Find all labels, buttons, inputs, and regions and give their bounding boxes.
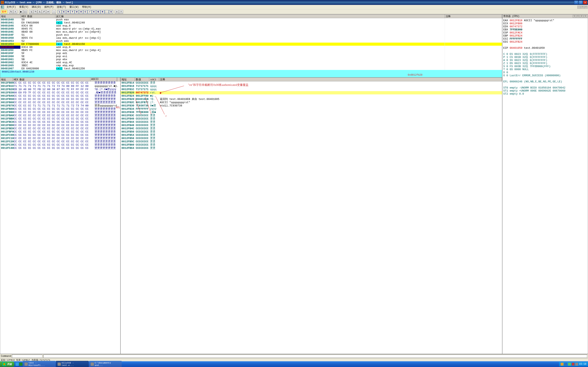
quick-launch-desktop-icon[interactable] (19, 363, 22, 366)
dump-row[interactable]: 0012FC28CC CC CC CC CC CC CC CC CC CC CC… (0, 140, 120, 143)
dump-row[interactable]: 0012FBA8CC CC CC CC CC CC CC CC CC CC CC… (0, 114, 120, 117)
maximize-button[interactable]: □ (579, 1, 583, 4)
stack-row[interactable]: 0012FB2C0012FB7C|?.ASCII "qqqqqqqqrst" (121, 101, 502, 104)
close-button[interactable]: ✕ (583, 1, 587, 4)
stack-pane[interactable]: 地址 数值 ASCI 注释 0012FB14CCCCCCCC烫烫0012FB18… (121, 77, 502, 354)
cpu-row[interactable]: 0040105983C4 08add esp,8 (0, 46, 502, 49)
menu-插件(P)[interactable]: 插件(P) (43, 5, 55, 9)
quick-launch-ie-icon[interactable] (16, 363, 19, 366)
taskbar-task[interactable]: C:\Documents and... (89, 361, 122, 367)
dump-row[interactable]: 0012FBE8CC CC CC CC CC CC CC CC CC CC CC… (0, 127, 120, 130)
stack-row[interactable]: 0012FB1871717171qqqq (121, 85, 502, 88)
tray-icon[interactable] (575, 363, 578, 366)
tray-icon[interactable] (572, 363, 575, 366)
menu-选项(T)[interactable]: 选项(T) (55, 5, 68, 9)
cpu-row[interactable]: 0040104F51push ecx (0, 33, 502, 36)
stack-row[interactable]: 0012FB54CCCCCCCC烫烫 (121, 133, 502, 137)
cpu-row[interactable]: 004010605Epop esi (0, 55, 502, 58)
cpu-row[interactable]: 004010498945 FCmov dword ptr ss:[ebp-4],… (0, 27, 502, 30)
stack-row[interactable]: 0012FB387FFDE000.帻■ (121, 111, 502, 114)
stack-row[interactable]: 0012FB64CCCCCCCC烫烫 (121, 147, 502, 150)
tb-step-over[interactable]: ↷ (33, 10, 37, 14)
cpu-disassembly-pane[interactable]: 地址 HEX 数据 反汇编 注释 0040104050push eax00401… (0, 14, 502, 77)
tb-close[interactable]: × (13, 10, 17, 14)
tb-restart[interactable]: ↻ (9, 10, 13, 14)
reg-nav-next[interactable]: > (580, 15, 583, 17)
tb-step-into[interactable]: ↴ (29, 10, 33, 14)
cpu-row[interactable]: 0040106283C4 4Cadd esp,4C (0, 61, 502, 64)
menu-调试(D)[interactable]: 调试(D) (30, 5, 43, 9)
reg-nav-prev2[interactable]: < (576, 15, 580, 17)
dump-row[interactable]: 0012FBF8CC CC CC CC CC CC CC CC CC CC CC… (0, 130, 120, 133)
taskbar-task[interactable]: test - Microsoft... (23, 361, 56, 367)
stack-row[interactable]: 0012FB60CCCCCCCC烫烫 (121, 143, 502, 147)
stack-row[interactable]: 0012FB48CCCCCCCC烫烫 (121, 124, 502, 127)
clock[interactable]: 15:18 (579, 363, 586, 366)
tb-goto[interactable]: → (52, 10, 56, 14)
tb-letter-T[interactable]: T (70, 10, 75, 14)
tb-help[interactable]: ? (119, 10, 123, 14)
dump-row[interactable]: 0012FC18CC CC CC CC CC CC CC CC CC CC CC… (0, 137, 120, 140)
mdi-minimize[interactable]: ─ (577, 6, 581, 8)
dump-row[interactable]: 0012FC08CC CC CC CC CC CC CC CC CC CC CC… (0, 133, 120, 137)
cpu-row[interactable]: 0040105352push edx (0, 40, 502, 43)
stack-row[interactable]: 0012FB40CCCCCCCC烫烫 (121, 117, 502, 120)
cpu-row[interactable]: 00401041E8 FA010000call test.00401240 (0, 21, 502, 24)
stack-row[interactable]: 0012FB307C9307388■搢ntdll.7C930738 (121, 104, 502, 108)
tb-letter-L[interactable]: L (58, 10, 62, 14)
mdi-close[interactable]: × (584, 6, 588, 8)
cpu-row[interactable]: 0040105F5Fpop edi (0, 52, 502, 55)
cpu-row[interactable]: 0040105C8B45 FCmov eax,dword ptr ss:[ebp… (0, 49, 502, 52)
menu-窗口(W)[interactable]: 窗口(W) (68, 5, 80, 9)
tray-icon[interactable] (561, 363, 563, 366)
menu-文件(F)[interactable]: 文件(F) (5, 5, 17, 9)
stack-row[interactable]: 0012FB5CCCCCCCCC烫烫 (121, 140, 502, 143)
tb-letter-...[interactable]: ... (105, 10, 109, 14)
command-input[interactable] (12, 355, 43, 358)
cpu-row[interactable]: 004010615Bpop ebx (0, 58, 502, 61)
stack-row[interactable]: 0012FB4CCCCCCCCC烫烫 (121, 127, 502, 130)
tb-play[interactable]: ▶ (19, 10, 23, 14)
dump-row[interactable]: 0012FB1871 71 71 71 71 71 71 71 72 73 74… (0, 85, 120, 88)
tb-trace-over[interactable]: ↱ (42, 10, 46, 14)
tb-letter-C[interactable]: C (83, 10, 87, 14)
cpu-row[interactable]: 00401067E8 64020000call test.004012D0 (0, 67, 502, 70)
stack-row[interactable]: 0012FB14CCCCCCCC烫烫 (121, 81, 502, 85)
cpu-row[interactable]: 004010508D55 F4lea edx,dword ptr ss:[ebp… (0, 36, 502, 40)
hex-dump-pane[interactable]: 地址 HEX 数据 ASCII 0012FB08CC CC CC CC CC C… (0, 77, 121, 354)
dump-row[interactable]: 0012FB3800 E0 FD 7F CC CC CC CC CC CC CC… (0, 91, 120, 94)
menu-帮助(H)[interactable]: 帮助(H) (80, 5, 93, 9)
tray-icon[interactable] (564, 363, 567, 366)
stack-row[interactable]: 0012FB1C71717171qqqq (121, 88, 502, 91)
dump-row[interactable]: 0012FB08CC CC CC CC CC CC CC CC CC CC CC… (0, 81, 120, 85)
tb-letter-K[interactable]: K (92, 10, 96, 14)
taskbar-task[interactable]: OllyICE - test.e... (56, 361, 89, 367)
start-button[interactable]: 开始 (0, 361, 14, 367)
dump-row[interactable]: 0012FBC8CC CC CC CC CC CC CC CC CC CC CC… (0, 120, 120, 124)
dump-row[interactable]: 0012FB88CC CC CC CC CC CC CC CC CC CC CC… (0, 108, 120, 111)
mdi-restore[interactable]: □ (581, 6, 584, 8)
stack-row[interactable]: 0012FB2000747372rst. (121, 91, 502, 94)
dump-row[interactable]: 0012FC48CC CC CC CC CC CC CC CC CC CC CC… (0, 147, 120, 150)
tb-letter-W[interactable]: W (75, 10, 79, 14)
tb-letter-R[interactable]: R (100, 10, 104, 14)
cpu-row[interactable]: 0040104050push eax (0, 18, 502, 21)
registers-pane[interactable]: 寄存器 (FPU) < < > < EAX 0012FB18 ASCII "qq… (502, 14, 588, 354)
cpu-row[interactable]: 0040104C8B4D 08mov ecx,dword ptr ss:[ebp… (0, 30, 502, 33)
stack-row[interactable]: 0012FB34FFFFFFFFÿÿÿÿ (121, 108, 502, 111)
tb-letter-B[interactable]: B (96, 10, 100, 14)
dump-row[interactable]: 0012FB28EB 10 40 00 7C FB 12 00 38 07 93… (0, 88, 120, 91)
tb-letter-S[interactable]: S (109, 10, 113, 14)
stack-row[interactable]: 0012FB3CCCCCCCCC烫烫 (121, 114, 502, 117)
dump-row[interactable]: 0012FB98CC CC CC CC CC CC CC CC CC CC CC… (0, 111, 120, 114)
dump-row[interactable]: 0012FB68CC CC CC CC CC CC CC CC CC CC CC… (0, 101, 120, 104)
tb-options[interactable]: ≡ (115, 10, 119, 14)
stack-row[interactable]: 0012FB58CCCCCCCC烫烫 (121, 137, 502, 140)
dump-row[interactable]: 0012FBB8CC CC CC CC CC CC CC CC CC CC CC… (0, 117, 120, 120)
tb-letter-/[interactable]: / (87, 10, 92, 14)
tb-letter-E[interactable]: E (62, 10, 66, 14)
tray-icon[interactable] (568, 363, 571, 366)
dump-row[interactable]: 0012FBD8CC CC CC CC CC CC CC CC CC CC CC… (0, 124, 120, 127)
reg-nav-next2[interactable]: < (584, 15, 587, 17)
tb-letter-M[interactable]: M (66, 10, 70, 14)
